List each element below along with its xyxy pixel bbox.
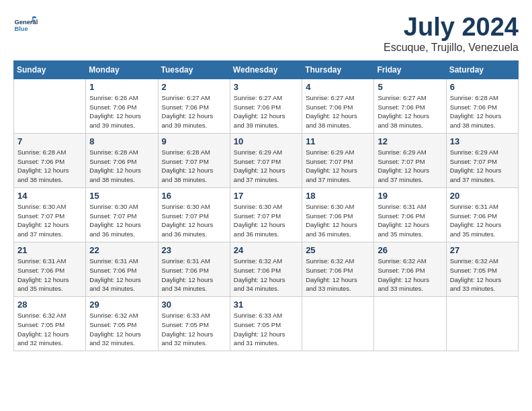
day-number: 19 xyxy=(378,191,442,201)
day-info: Sunrise: 6:26 AM Sunset: 7:06 PM Dayligh… xyxy=(89,93,154,130)
day-info: Sunrise: 6:30 AM Sunset: 7:07 PM Dayligh… xyxy=(234,202,298,239)
day-info: Sunrise: 6:31 AM Sunset: 7:06 PM Dayligh… xyxy=(17,257,82,293)
day-info: Sunrise: 6:31 AM Sunset: 7:06 PM Dayligh… xyxy=(378,202,442,239)
location-subtitle: Escuque, Trujillo, Venezuela xyxy=(384,42,519,54)
calendar-cell: 6Sunrise: 6:28 AM Sunset: 7:06 PM Daylig… xyxy=(446,79,518,133)
calendar-cell xyxy=(14,79,86,133)
day-number: 15 xyxy=(89,191,154,201)
day-number: 10 xyxy=(234,136,298,146)
day-number: 4 xyxy=(306,82,370,92)
calendar-cell: 11Sunrise: 6:29 AM Sunset: 7:07 PM Dayli… xyxy=(302,133,374,187)
header-wednesday: Wednesday xyxy=(230,60,302,79)
day-number: 20 xyxy=(450,191,515,201)
header-friday: Friday xyxy=(374,60,446,79)
day-number: 6 xyxy=(450,82,515,92)
day-number: 29 xyxy=(89,300,154,310)
day-number: 24 xyxy=(234,245,298,255)
calendar-cell: 5Sunrise: 6:27 AM Sunset: 7:06 PM Daylig… xyxy=(374,79,446,133)
day-number: 2 xyxy=(162,82,226,92)
day-number: 30 xyxy=(162,300,226,310)
day-number: 25 xyxy=(306,245,370,255)
day-number: 12 xyxy=(378,136,442,146)
day-number: 21 xyxy=(17,245,82,255)
day-number: 3 xyxy=(234,82,298,92)
calendar-cell: 29Sunrise: 6:32 AM Sunset: 7:05 PM Dayli… xyxy=(86,297,158,351)
page-header: General Blue July 2024 Escuque, Trujillo… xyxy=(13,13,519,54)
day-info: Sunrise: 6:29 AM Sunset: 7:07 PM Dayligh… xyxy=(450,148,515,185)
day-info: Sunrise: 6:28 AM Sunset: 7:07 PM Dayligh… xyxy=(162,148,226,185)
day-info: Sunrise: 6:30 AM Sunset: 7:07 PM Dayligh… xyxy=(17,202,82,239)
calendar-header-row: SundayMondayTuesdayWednesdayThursdayFrid… xyxy=(14,60,519,79)
calendar-cell: 20Sunrise: 6:31 AM Sunset: 7:06 PM Dayli… xyxy=(446,187,518,242)
day-number: 17 xyxy=(234,191,298,201)
calendar-cell: 25Sunrise: 6:32 AM Sunset: 7:06 PM Dayli… xyxy=(302,242,374,296)
calendar-cell: 30Sunrise: 6:33 AM Sunset: 7:05 PM Dayli… xyxy=(158,297,230,351)
day-number: 13 xyxy=(450,136,515,146)
calendar-cell: 21Sunrise: 6:31 AM Sunset: 7:06 PM Dayli… xyxy=(14,242,86,296)
day-info: Sunrise: 6:31 AM Sunset: 7:06 PM Dayligh… xyxy=(450,202,515,239)
day-info: Sunrise: 6:32 AM Sunset: 7:06 PM Dayligh… xyxy=(378,257,442,293)
calendar-cell xyxy=(302,297,374,351)
day-info: Sunrise: 6:30 AM Sunset: 7:07 PM Dayligh… xyxy=(162,202,226,239)
calendar-cell: 18Sunrise: 6:30 AM Sunset: 7:06 PM Dayli… xyxy=(302,187,374,242)
day-info: Sunrise: 6:30 AM Sunset: 7:06 PM Dayligh… xyxy=(306,202,370,239)
day-number: 22 xyxy=(89,245,154,255)
calendar-cell: 24Sunrise: 6:32 AM Sunset: 7:06 PM Dayli… xyxy=(230,242,302,296)
day-number: 27 xyxy=(450,245,515,255)
logo: General Blue xyxy=(13,13,38,38)
day-number: 1 xyxy=(89,82,154,92)
calendar-table: SundayMondayTuesdayWednesdayThursdayFrid… xyxy=(13,60,519,351)
day-info: Sunrise: 6:31 AM Sunset: 7:06 PM Dayligh… xyxy=(162,257,226,293)
day-info: Sunrise: 6:33 AM Sunset: 7:05 PM Dayligh… xyxy=(162,311,226,348)
calendar-cell: 12Sunrise: 6:29 AM Sunset: 7:07 PM Dayli… xyxy=(374,133,446,187)
title-block: July 2024 Escuque, Trujillo, Venezuela xyxy=(384,13,519,54)
calendar-cell: 27Sunrise: 6:32 AM Sunset: 7:05 PM Dayli… xyxy=(446,242,518,296)
header-tuesday: Tuesday xyxy=(158,60,230,79)
day-number: 5 xyxy=(378,82,442,92)
calendar-cell: 1Sunrise: 6:26 AM Sunset: 7:06 PM Daylig… xyxy=(86,79,158,133)
calendar-week-5: 28Sunrise: 6:32 AM Sunset: 7:05 PM Dayli… xyxy=(14,297,519,351)
logo-icon: General Blue xyxy=(13,13,38,38)
day-info: Sunrise: 6:28 AM Sunset: 7:06 PM Dayligh… xyxy=(450,93,515,130)
day-number: 31 xyxy=(234,300,298,310)
day-info: Sunrise: 6:29 AM Sunset: 7:07 PM Dayligh… xyxy=(306,148,370,185)
day-number: 16 xyxy=(162,191,226,201)
calendar-cell xyxy=(374,297,446,351)
day-info: Sunrise: 6:32 AM Sunset: 7:06 PM Dayligh… xyxy=(234,257,298,293)
calendar-cell: 8Sunrise: 6:28 AM Sunset: 7:06 PM Daylig… xyxy=(86,133,158,187)
day-info: Sunrise: 6:29 AM Sunset: 7:07 PM Dayligh… xyxy=(234,148,298,185)
calendar-cell: 10Sunrise: 6:29 AM Sunset: 7:07 PM Dayli… xyxy=(230,133,302,187)
calendar-cell: 4Sunrise: 6:27 AM Sunset: 7:06 PM Daylig… xyxy=(302,79,374,133)
day-info: Sunrise: 6:33 AM Sunset: 7:05 PM Dayligh… xyxy=(234,311,298,348)
day-number: 28 xyxy=(17,300,82,310)
day-info: Sunrise: 6:29 AM Sunset: 7:07 PM Dayligh… xyxy=(378,148,442,185)
day-number: 14 xyxy=(17,191,82,201)
calendar-cell: 9Sunrise: 6:28 AM Sunset: 7:07 PM Daylig… xyxy=(158,133,230,187)
day-number: 18 xyxy=(306,191,370,201)
calendar-week-1: 1Sunrise: 6:26 AM Sunset: 7:06 PM Daylig… xyxy=(14,79,519,133)
day-info: Sunrise: 6:27 AM Sunset: 7:06 PM Dayligh… xyxy=(162,93,226,130)
day-number: 26 xyxy=(378,245,442,255)
day-number: 7 xyxy=(17,136,82,146)
calendar-cell: 3Sunrise: 6:27 AM Sunset: 7:06 PM Daylig… xyxy=(230,79,302,133)
calendar-week-3: 14Sunrise: 6:30 AM Sunset: 7:07 PM Dayli… xyxy=(14,187,519,242)
day-info: Sunrise: 6:27 AM Sunset: 7:06 PM Dayligh… xyxy=(234,93,298,130)
calendar-cell: 17Sunrise: 6:30 AM Sunset: 7:07 PM Dayli… xyxy=(230,187,302,242)
day-number: 8 xyxy=(89,136,154,146)
calendar-cell: 31Sunrise: 6:33 AM Sunset: 7:05 PM Dayli… xyxy=(230,297,302,351)
day-info: Sunrise: 6:27 AM Sunset: 7:06 PM Dayligh… xyxy=(378,93,442,130)
day-number: 23 xyxy=(162,245,226,255)
header-sunday: Sunday xyxy=(14,60,86,79)
calendar-cell: 2Sunrise: 6:27 AM Sunset: 7:06 PM Daylig… xyxy=(158,79,230,133)
day-number: 11 xyxy=(306,136,370,146)
calendar-week-2: 7Sunrise: 6:28 AM Sunset: 7:06 PM Daylig… xyxy=(14,133,519,187)
day-info: Sunrise: 6:31 AM Sunset: 7:06 PM Dayligh… xyxy=(89,257,154,293)
day-number: 9 xyxy=(162,136,226,146)
day-info: Sunrise: 6:32 AM Sunset: 7:06 PM Dayligh… xyxy=(306,257,370,293)
calendar-cell: 16Sunrise: 6:30 AM Sunset: 7:07 PM Dayli… xyxy=(158,187,230,242)
day-info: Sunrise: 6:30 AM Sunset: 7:07 PM Dayligh… xyxy=(89,202,154,239)
day-info: Sunrise: 6:32 AM Sunset: 7:05 PM Dayligh… xyxy=(450,257,515,293)
calendar-cell: 23Sunrise: 6:31 AM Sunset: 7:06 PM Dayli… xyxy=(158,242,230,296)
header-monday: Monday xyxy=(86,60,158,79)
month-year-title: July 2024 xyxy=(384,13,519,42)
